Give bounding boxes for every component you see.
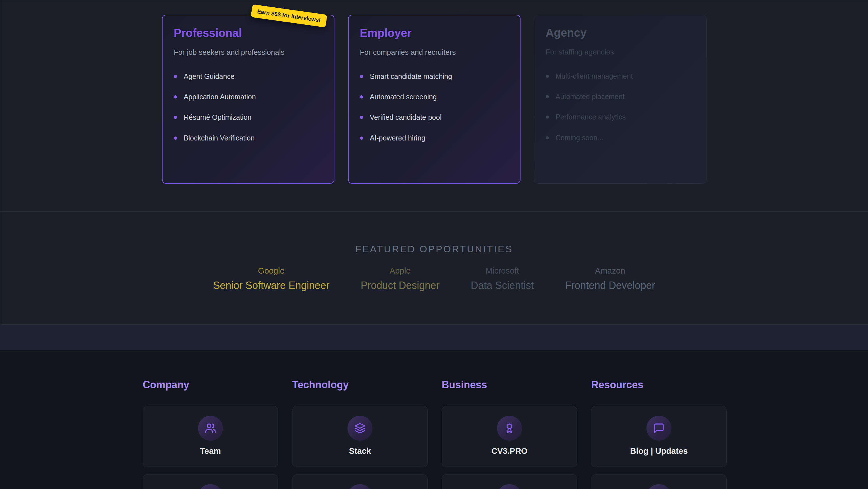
feature-label: Blockchain Verification — [184, 134, 255, 142]
spacer-band — [0, 324, 868, 350]
footer-heading: Business — [442, 379, 577, 391]
plan-title: Agency — [546, 26, 695, 39]
feature-label: Smart candidate matching — [370, 72, 452, 81]
footer-card-blog[interactable]: Blog | Updates — [591, 406, 727, 467]
icon-circle — [347, 484, 372, 489]
feature-item: Automated placement — [546, 92, 695, 101]
feature-label: Agent Guidance — [184, 72, 235, 81]
job-item-google[interactable]: Google Senior Software Engineer — [213, 266, 329, 291]
message-square-icon — [653, 423, 664, 434]
footer-column-business: Business CV3.PRO — [442, 379, 577, 489]
feature-bullet-icon — [174, 75, 177, 78]
plan-title: Professional — [174, 26, 322, 40]
plan-feature-list: Multi-client management Automated placem… — [546, 72, 695, 142]
footer-column-company: Company Team — [143, 379, 278, 489]
feature-bullet-icon — [546, 75, 549, 78]
feature-item: Coming soon... — [546, 134, 695, 142]
featured-opportunities-section: FEATURED OPPORTUNITIES Google Senior Sof… — [0, 211, 868, 324]
footer-card-label: Stack — [292, 447, 428, 456]
job-company: Apple — [361, 266, 439, 276]
footer-card-team[interactable]: Team — [143, 406, 278, 467]
job-role: Senior Software Engineer — [213, 279, 329, 291]
plan-card-employer[interactable]: Employer For companies and recruiters Sm… — [348, 15, 521, 183]
feature-item: Application Automation — [174, 92, 322, 101]
job-role: Product Designer — [361, 279, 439, 291]
feature-label: Application Automation — [184, 92, 256, 101]
feature-label: Résumé Optimization — [184, 113, 252, 122]
plan-description: For companies and recruiters — [360, 48, 508, 57]
feature-item: Automated screening — [360, 92, 508, 101]
job-company: Google — [213, 266, 329, 276]
plan-feature-list: Smart candidate matching Automated scree… — [360, 72, 508, 142]
plan-feature-list: Agent Guidance Application Automation Ré… — [174, 72, 322, 142]
feature-label: Automated screening — [370, 92, 437, 101]
feature-item: Multi-client management — [546, 72, 695, 81]
icon-circle — [647, 416, 672, 441]
footer-card-stack[interactable]: Stack — [292, 406, 428, 467]
feature-label: AI-powered hiring — [370, 134, 426, 142]
users-icon — [205, 423, 216, 434]
plan-title: Employer — [360, 26, 508, 40]
footer-heading: Resources — [591, 379, 727, 391]
feature-item: Blockchain Verification — [174, 134, 322, 142]
featured-section-title: FEATURED OPPORTUNITIES — [0, 243, 868, 255]
plan-description: For staffing agencies — [546, 48, 695, 57]
footer-heading: Technology — [292, 379, 428, 391]
icon-circle — [497, 416, 522, 441]
feature-bullet-icon — [360, 75, 363, 78]
feature-bullet-icon — [546, 116, 549, 119]
feature-bullet-icon — [546, 136, 549, 139]
plan-card-professional[interactable]: Professional For job seekers and profess… — [162, 15, 335, 183]
feature-item: Agent Guidance — [174, 72, 322, 81]
page: Professional For job seekers and profess… — [0, 0, 868, 489]
feature-label: Coming soon... — [556, 134, 603, 142]
footer-card-partial[interactable] — [591, 474, 727, 489]
feature-bullet-icon — [360, 95, 363, 98]
plan-description: For job seekers and professionals — [174, 48, 322, 57]
footer-card-label: Team — [143, 447, 278, 456]
layers-icon — [354, 423, 366, 434]
award-icon — [504, 423, 515, 434]
feature-bullet-icon — [174, 137, 177, 140]
job-item-amazon[interactable]: Amazon Frontend Developer — [565, 266, 655, 291]
job-role: Data Scientist — [471, 279, 534, 291]
icon-circle — [198, 484, 223, 489]
feature-label: Performance analytics — [556, 113, 626, 121]
feature-item: Verified candidate pool — [360, 113, 508, 122]
job-company: Microsoft — [471, 266, 534, 276]
feature-item: Performance analytics — [546, 113, 695, 121]
footer-column-technology: Technology Stack — [292, 379, 428, 489]
feature-bullet-icon — [360, 116, 363, 119]
footer-columns: Company Team — [143, 379, 727, 489]
feature-bullet-icon — [546, 95, 549, 98]
job-item-apple[interactable]: Apple Product Designer — [361, 266, 439, 291]
feature-item: AI-powered hiring — [360, 134, 508, 142]
footer-card-partial[interactable] — [292, 474, 428, 489]
footer-card-label: CV3.PRO — [442, 447, 577, 456]
job-role: Frontend Developer — [565, 279, 655, 291]
job-company: Amazon — [565, 266, 655, 276]
feature-label: Verified candidate pool — [370, 113, 442, 122]
feature-item: Smart candidate matching — [360, 72, 508, 81]
feature-label: Multi-client management — [556, 72, 633, 81]
pricing-section: Professional For job seekers and profess… — [0, 0, 868, 211]
icon-circle — [347, 416, 372, 441]
feature-item: Résumé Optimization — [174, 113, 322, 122]
footer-card-partial[interactable] — [442, 474, 577, 489]
footer-column-resources: Resources Blog | Updates — [591, 379, 727, 489]
footer-section: Company Team — [0, 350, 868, 489]
footer-card-partial[interactable] — [143, 474, 278, 489]
icon-circle — [198, 416, 223, 441]
plan-cards-row: Professional For job seekers and profess… — [162, 15, 707, 183]
icon-circle — [647, 484, 672, 489]
feature-bullet-icon — [174, 95, 177, 98]
plan-card-agency: Agency For staffing agencies Multi-clien… — [534, 15, 707, 183]
footer-heading: Company — [143, 379, 278, 391]
featured-jobs-row: Google Senior Software Engineer Apple Pr… — [0, 266, 868, 291]
feature-bullet-icon — [360, 137, 363, 140]
feature-bullet-icon — [174, 116, 177, 119]
job-item-microsoft[interactable]: Microsoft Data Scientist — [471, 266, 534, 291]
icon-circle — [497, 484, 522, 489]
feature-label: Automated placement — [556, 92, 625, 101]
footer-card-cv3pro[interactable]: CV3.PRO — [442, 406, 577, 467]
